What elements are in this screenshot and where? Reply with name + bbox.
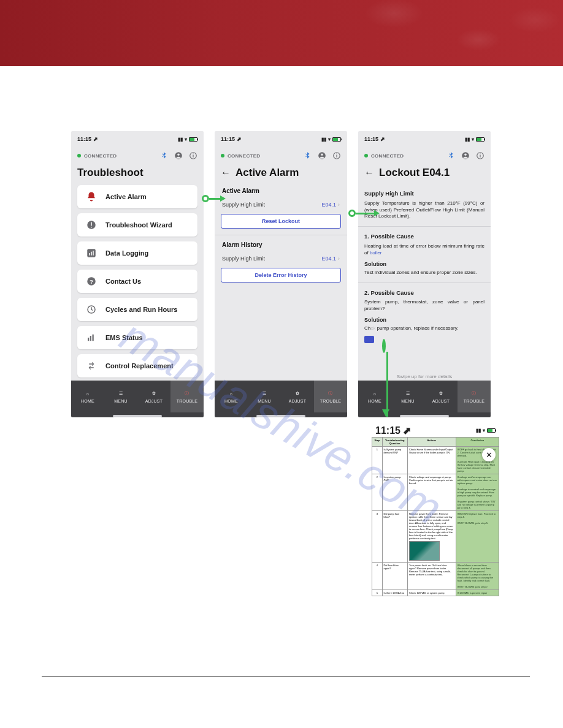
svg-rect-17: [93, 335, 94, 341]
back-icon[interactable]: ←: [221, 168, 231, 178]
th-conclusion: Conclusion: [456, 438, 499, 447]
tab-menu[interactable]: ☰MENU: [391, 381, 424, 412]
menu-item-wizard[interactable]: Troubleshoot Wizard: [77, 213, 197, 237]
signal-icon: ▮▮: [178, 137, 183, 142]
delete-history-button[interactable]: Delete Error History: [221, 268, 341, 282]
tab-label: TROUBLE: [177, 399, 197, 403]
home-indicator: [400, 415, 449, 417]
svg-rect-9: [89, 253, 90, 256]
phone-troubleshoot: 11:15 ⬈ ▮▮ ▾ CONNECTED Troubleshoot: [71, 131, 204, 417]
connection-dot-icon: [77, 154, 81, 157]
status-time: 11:15 ⬈: [77, 136, 98, 142]
menu-item-data-logging[interactable]: Data Logging: [77, 241, 197, 265]
status-bar: 11:15 ⬈ ▮▮▾: [358, 131, 491, 147]
tab-menu[interactable]: ☰MENU: [104, 381, 137, 412]
status-icons: ▮▮▾: [476, 428, 496, 433]
header-banner: [0, 0, 563, 66]
th-actions: Actions: [407, 438, 456, 447]
guide-arrow-3: [382, 341, 392, 424]
tab-label: HOME: [368, 399, 381, 403]
phone-lockout: 11:15 ⬈ ▮▮▾ CONNECTED ← Lockout E04.1 Su…: [358, 131, 491, 417]
tab-menu[interactable]: ☰MENU: [248, 381, 281, 412]
info-icon[interactable]: [332, 151, 341, 160]
menu-label: Control Replacement: [105, 362, 174, 370]
replace-icon: [86, 360, 97, 371]
svg-rect-6: [91, 222, 92, 226]
pdf-icon[interactable]: [364, 336, 374, 343]
phone-active-alarm: 11:15 ⬈ ▮▮▾ CONNECTED ← Active Alarm Act…: [215, 131, 347, 417]
menu-item-ems[interactable]: EMS Status: [77, 326, 197, 349]
status-icons: ▮▮▾: [321, 137, 341, 142]
tab-home[interactable]: ⌂HOME: [215, 381, 248, 412]
svg-point-24: [464, 154, 467, 156]
status-time: 11:15 ⬈: [221, 136, 242, 142]
status-time: 11:15 ⬈: [364, 136, 385, 142]
tab-label: HOME: [224, 399, 238, 403]
bars-icon: [86, 248, 97, 259]
alarm-code: E04.1›: [321, 256, 340, 262]
tab-adjust[interactable]: ✿ADJUST: [424, 381, 458, 412]
menu-label: EMS Status: [105, 334, 143, 341]
svg-rect-22: [336, 154, 337, 154]
alarm-row-active[interactable]: Supply High Limit E04.1›: [221, 199, 341, 214]
tab-trouble[interactable]: ⓘTROUBLE: [314, 381, 347, 412]
status-icons: ▮▮ ▾: [178, 137, 197, 142]
troubleshoot-table: Step Troubleshooting Question Actions Co…: [372, 437, 499, 596]
tab-label: MENU: [258, 399, 270, 403]
connection-label: CONNECTED: [228, 153, 260, 159]
tab-trouble[interactable]: ⓘTROUBLE: [170, 381, 204, 412]
alarm-code: E04.1›: [321, 202, 340, 208]
info-icon[interactable]: [476, 151, 484, 160]
tab-label: ADJUST: [289, 399, 306, 403]
tab-label: MENU: [114, 399, 127, 403]
bars2-icon: [86, 332, 97, 343]
bluetooth-icon[interactable]: [446, 151, 455, 160]
divider: [215, 235, 347, 235]
battery-icon: [189, 137, 197, 142]
th-question: Troubleshooting Question: [382, 438, 407, 447]
tab-adjust[interactable]: ✿ADJUST: [281, 381, 314, 412]
question-icon: ?: [86, 276, 97, 287]
text-cause-2: System pump, thermostat, zone valve or p…: [364, 299, 484, 313]
divider: [358, 282, 491, 283]
close-button[interactable]: ✕: [482, 448, 496, 461]
tab-trouble[interactable]: ⓘTROUBLE: [458, 381, 491, 412]
tab-label: TROUBLE: [464, 399, 484, 403]
tab-label: ADJUST: [145, 399, 163, 403]
reset-lockout-button[interactable]: Reset Lockout: [221, 214, 341, 229]
menu-item-control-replace[interactable]: Control Replacement: [77, 354, 197, 377]
alarm-name: Supply High Limit: [222, 256, 265, 262]
bell-icon: [86, 191, 97, 202]
divider: [358, 226, 491, 227]
menu-item-active-alarm[interactable]: Active Alarm: [77, 185, 197, 208]
profile-icon[interactable]: [461, 151, 470, 160]
tab-bar: ⌂HOME ☰MENU ✿ADJUST ⓘTROUBLE: [71, 381, 204, 412]
connection-label: CONNECTED: [371, 153, 404, 159]
svg-rect-26: [480, 155, 480, 157]
tab-label: ADJUST: [432, 399, 450, 403]
svg-text:?: ?: [90, 278, 93, 285]
clock-icon: [86, 304, 97, 315]
chevron-right-icon: ›: [338, 202, 340, 208]
svg-rect-10: [91, 252, 92, 256]
menu-item-cycles[interactable]: Cycles and Run Hours: [77, 298, 197, 321]
info-icon[interactable]: [189, 151, 197, 160]
connection-row: CONNECTED: [358, 147, 491, 164]
tab-adjust[interactable]: ✿ADJUST: [137, 381, 170, 412]
gear-icon: ✿: [150, 390, 158, 397]
profile-icon[interactable]: [318, 151, 326, 160]
menu-item-contact[interactable]: ? Contact Us: [77, 270, 197, 293]
svg-rect-15: [88, 338, 89, 341]
document-scroll-area[interactable]: ✕ Step Troubleshooting Question Actions …: [369, 437, 502, 606]
back-icon[interactable]: ←: [364, 168, 374, 178]
tab-home[interactable]: ⌂HOME: [71, 381, 104, 412]
alarm-row-history[interactable]: Supply High Limit E04.1›: [221, 253, 341, 268]
svg-rect-3: [193, 155, 193, 157]
table-row: 5Is there 120VAC atCheck 120 VAC at syst…: [372, 590, 499, 596]
page-title: Active Alarm: [236, 167, 299, 179]
boiler-link[interactable]: boiler: [370, 250, 382, 256]
bluetooth-icon[interactable]: [303, 151, 312, 160]
status-bar: 11:15 ⬈ ▮▮ ▾: [71, 131, 204, 147]
bluetooth-icon[interactable]: [159, 151, 168, 160]
profile-icon[interactable]: [174, 151, 183, 160]
